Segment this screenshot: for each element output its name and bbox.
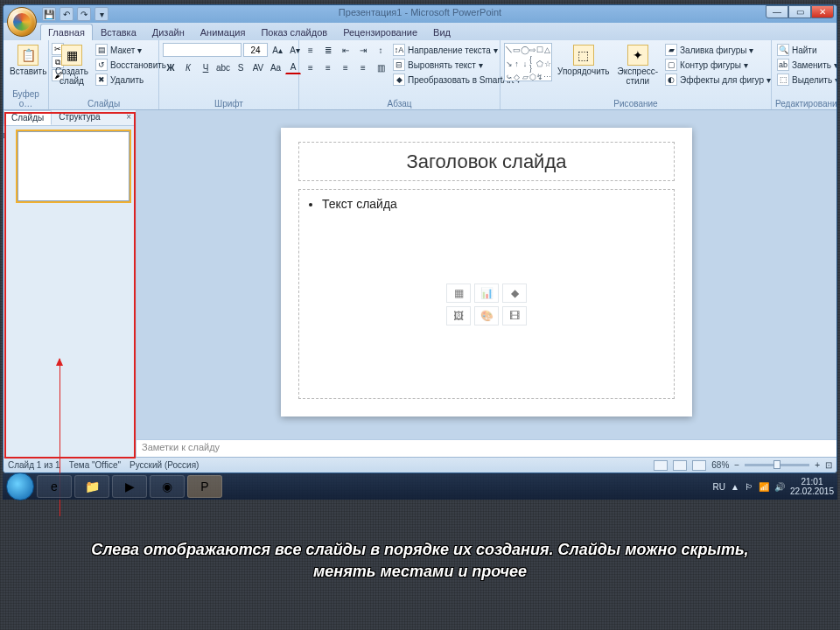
increase-indent-button[interactable]: ⇥ (355, 43, 371, 57)
zoom-out-button[interactable]: − (734, 460, 739, 470)
align-center-button[interactable]: ≡ (320, 60, 336, 74)
bullets-button[interactable]: ≡ (303, 43, 318, 57)
change-case-button[interactable]: Aa (268, 60, 284, 74)
close-button[interactable]: ✕ (811, 5, 834, 18)
italic-button[interactable]: К (180, 60, 196, 74)
decrease-indent-button[interactable]: ⇤ (338, 43, 354, 57)
insert-clipart-icon[interactable]: 🎨 (474, 306, 499, 326)
qat-save-icon[interactable]: 💾 (42, 7, 56, 21)
tab-outline-panel[interactable]: Структура (52, 110, 107, 125)
replace-icon: ab (777, 59, 789, 71)
slideshow-view-button[interactable] (692, 460, 706, 471)
notes-pane[interactable]: Заметки к слайду (136, 439, 836, 457)
fit-window-button[interactable]: ⊡ (825, 460, 832, 470)
tutorial-caption: Слева отображаются все слайды в порядке … (70, 532, 770, 590)
layout-icon: ▤ (95, 44, 108, 56)
quick-styles-button[interactable]: ✦ Экспресс-стили (615, 43, 662, 88)
zoom-slider[interactable] (745, 464, 809, 466)
normal-view-button[interactable] (654, 460, 668, 471)
start-button[interactable] (6, 472, 34, 500)
minimize-button[interactable]: — (766, 5, 788, 18)
select-button[interactable]: ⬚Выделить ▾ (775, 73, 837, 87)
tab-animation[interactable]: Анимация (192, 24, 254, 40)
grow-font-icon[interactable]: A▴ (270, 43, 285, 57)
tray-volume-icon[interactable]: 🔊 (774, 482, 785, 492)
justify-button[interactable]: ≡ (355, 60, 371, 74)
title-placeholder[interactable]: Заголовок слайда (298, 142, 675, 181)
tray-network-icon[interactable]: 📶 (759, 482, 769, 492)
qat-undo-icon[interactable]: ↶ (60, 7, 74, 21)
columns-button[interactable]: ▥ (373, 60, 388, 74)
arrange-button[interactable]: ⬚ Упорядочить (555, 43, 612, 79)
font-family-combo[interactable] (163, 43, 242, 57)
insert-media-icon[interactable]: 🎞 (502, 306, 527, 326)
statusbar: Слайд 1 из 1 Тема "Office" Русский (Росс… (4, 457, 836, 472)
slide-thumbnail[interactable] (18, 131, 130, 201)
underline-button[interactable]: Ч (198, 60, 214, 74)
qat-customize-icon[interactable]: ▾ (94, 7, 108, 21)
zoom-in-button[interactable]: + (815, 460, 820, 470)
paste-button[interactable]: 📋 Вставить (7, 43, 49, 79)
tab-slideshow[interactable]: Показ слайдов (253, 24, 335, 40)
qat-redo-icon[interactable]: ↷ (77, 7, 91, 21)
windows-taskbar: e 📁 ▶ ◉ P RU ▲ 🏳 📶 🔊 21:01 22.02.2015 (3, 473, 837, 500)
shape-effects-icon: ◐ (665, 74, 677, 86)
tab-slides-panel[interactable]: Слайды (4, 110, 52, 125)
status-language[interactable]: Русский (Россия) (130, 460, 199, 470)
shape-outline-button[interactable]: ▢Контур фигуры ▾ (663, 58, 773, 72)
font-size-combo[interactable]: 24 (243, 43, 268, 57)
align-text-icon: ⊟ (393, 59, 405, 71)
taskbar-wmp-icon[interactable]: ▶ (112, 475, 147, 498)
delete-icon: ✖ (95, 74, 108, 86)
paragraph-group-label: Абзац (303, 98, 496, 108)
layout-button[interactable]: ▤Макет ▾ (94, 43, 168, 57)
shadow-button[interactable]: S (233, 60, 248, 74)
tab-view[interactable]: Вид (425, 24, 458, 40)
line-spacing-button[interactable]: ↕ (373, 43, 388, 57)
shapes-gallery[interactable]: ＼▭◯⇨☐△ ↘↑↓{ }⬠☆ ⤿◇▱⬡↯⋯ (504, 43, 552, 81)
taskbar-explorer-icon[interactable]: 📁 (74, 475, 109, 498)
insert-smartart-icon2[interactable]: ◆ (502, 284, 527, 303)
insert-picture-icon[interactable]: 🖼 (446, 306, 471, 326)
tab-insert[interactable]: Вставка (93, 24, 144, 40)
bold-button[interactable]: Ж (163, 60, 178, 74)
replace-button[interactable]: abЗаменить ▾ (775, 58, 837, 72)
editing-group-label: Редактирование (775, 98, 837, 108)
align-right-button[interactable]: ≡ (338, 60, 354, 74)
reset-button[interactable]: ↺Восстановить (94, 58, 168, 72)
taskbar-ie-icon[interactable]: e (37, 475, 72, 498)
tab-design[interactable]: Дизайн (144, 24, 192, 40)
find-button[interactable]: 🔍Найти (775, 43, 819, 57)
tray-lang[interactable]: RU (713, 482, 725, 492)
quick-styles-icon: ✦ (627, 45, 648, 66)
new-slide-button[interactable]: ▦ Создать слайд (52, 43, 91, 88)
shape-effects-button[interactable]: ◐Эффекты для фигур ▾ (663, 73, 773, 87)
taskbar-powerpoint-icon[interactable]: P (187, 475, 222, 498)
tray-clock[interactable]: 21:01 22.02.2015 (790, 477, 834, 496)
char-spacing-button[interactable]: AV (250, 60, 266, 74)
slide: Заголовок слайда Текст слайда ▦ 📊 ◆ 🖼 🎨 … (281, 128, 692, 416)
slides-group-label: Слайды (52, 98, 155, 108)
sorter-view-button[interactable] (673, 460, 687, 471)
delete-button[interactable]: ✖Удалить (94, 73, 168, 87)
body-text: Текст слайда (322, 197, 663, 211)
tray-flag-icon[interactable]: ▲ (731, 482, 739, 492)
content-placeholder[interactable]: Текст слайда ▦ 📊 ◆ 🖼 🎨 🎞 (298, 189, 675, 399)
close-panel-icon[interactable]: × (122, 110, 136, 125)
align-left-button[interactable]: ≡ (303, 60, 318, 74)
slide-canvas[interactable]: Заголовок слайда Текст слайда ▦ 📊 ◆ 🖼 🎨 … (136, 110, 836, 439)
tray-battery-icon[interactable]: 🏳 (745, 482, 753, 492)
insert-chart-icon[interactable]: 📊 (474, 284, 499, 303)
tab-review[interactable]: Рецензирование (335, 24, 425, 40)
window-title: Презентация1 - Microsoft PowerPoint (339, 7, 501, 18)
maximize-button[interactable]: ▭ (788, 5, 811, 18)
shape-fill-button[interactable]: ▰Заливка фигуры ▾ (663, 43, 773, 57)
tab-home[interactable]: Главная (40, 24, 93, 40)
taskbar-chrome-icon[interactable]: ◉ (150, 475, 185, 498)
office-button[interactable] (7, 7, 37, 37)
font-group-label: Шрифт (163, 98, 295, 108)
content-insert-icons: ▦ 📊 ◆ 🖼 🎨 🎞 (446, 284, 527, 326)
strike-button[interactable]: abc (215, 60, 231, 74)
numbering-button[interactable]: ≣ (320, 43, 336, 57)
insert-table-icon[interactable]: ▦ (446, 284, 471, 303)
